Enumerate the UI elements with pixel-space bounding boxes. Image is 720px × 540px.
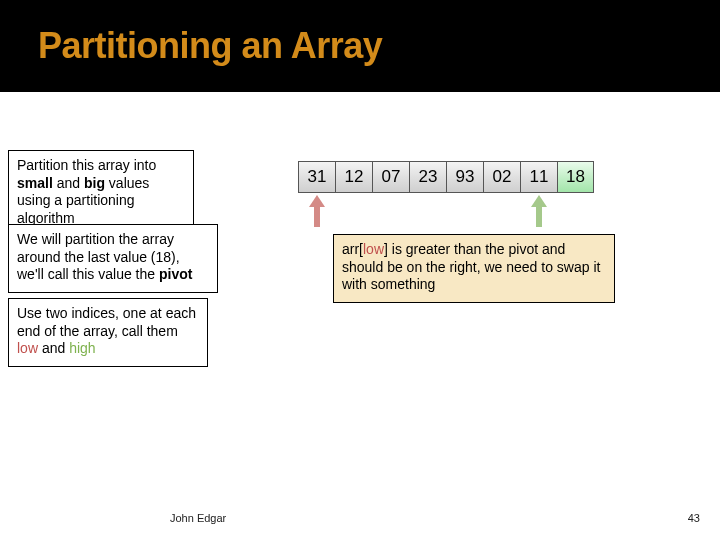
intro-small: small bbox=[17, 175, 53, 191]
slide-title: Partitioning an Array bbox=[38, 25, 382, 67]
array-cell: 31 bbox=[298, 161, 335, 193]
note-pre: arr[ bbox=[342, 241, 363, 257]
indices-pre: Use two indices, one at each end of the … bbox=[17, 305, 196, 339]
footer-author: John Edgar bbox=[170, 512, 226, 524]
array-cell-pivot: 18 bbox=[557, 161, 594, 193]
title-band: Partitioning an Array bbox=[0, 0, 720, 92]
pivot-box: We will partition the array around the l… bbox=[8, 224, 218, 293]
note-box: arr[low] is greater than the pivot and s… bbox=[333, 234, 615, 303]
note-low: low bbox=[363, 241, 384, 257]
intro-big: big bbox=[84, 175, 105, 191]
intro-mid: and bbox=[53, 175, 84, 191]
array-cell: 23 bbox=[409, 161, 446, 193]
indices-and: and bbox=[38, 340, 69, 356]
array-cell: 12 bbox=[335, 161, 372, 193]
high-pointer-arrow bbox=[531, 195, 547, 227]
footer-page: 43 bbox=[688, 512, 700, 524]
array-row: 31 12 07 23 93 02 11 18 bbox=[298, 161, 594, 193]
array-cell: 02 bbox=[483, 161, 520, 193]
low-pointer-arrow bbox=[309, 195, 325, 227]
pivot-pre: We will partition the array around the l… bbox=[17, 231, 180, 282]
array-cell: 07 bbox=[372, 161, 409, 193]
pivot-bold: pivot bbox=[159, 266, 192, 282]
array-cell: 93 bbox=[446, 161, 483, 193]
array-cell: 11 bbox=[520, 161, 557, 193]
indices-box: Use two indices, one at each end of the … bbox=[8, 298, 208, 367]
slide: Partitioning an Array Partition this arr… bbox=[0, 0, 720, 540]
indices-high: high bbox=[69, 340, 95, 356]
intro-pre: Partition this array into bbox=[17, 157, 156, 173]
indices-low: low bbox=[17, 340, 38, 356]
